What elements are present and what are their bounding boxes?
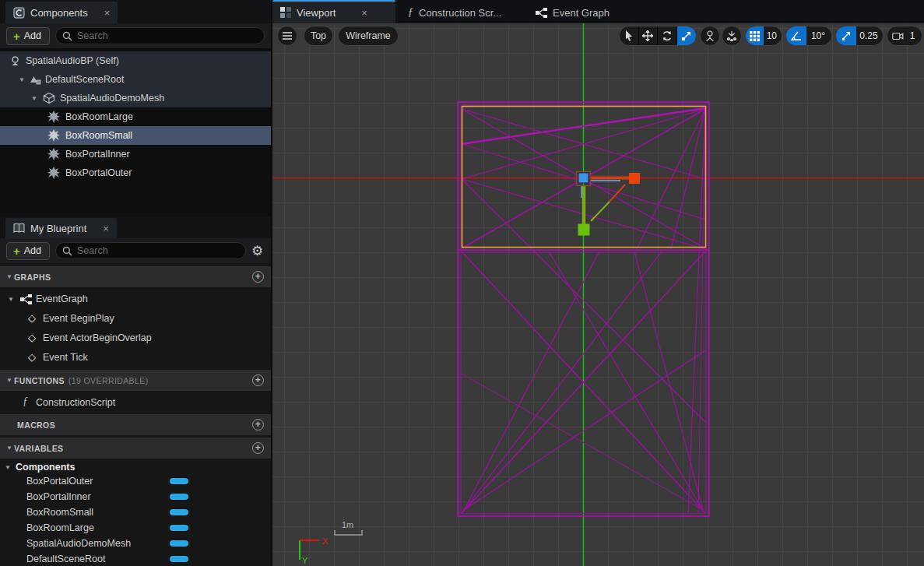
row-var-boxportalinner[interactable]: BoxPortalInner (0, 489, 271, 504)
add-blueprint-item-button[interactable]: + Add (6, 242, 50, 260)
tree-row-boxroomlarge[interactable]: BoxRoomLarge (0, 107, 271, 126)
my-blueprint-search[interactable] (55, 242, 246, 259)
row-variables-category[interactable]: ▼ Components (0, 459, 271, 475)
box-component-icon (47, 129, 60, 142)
variable-type-pill[interactable] (170, 494, 188, 500)
components-search[interactable] (55, 27, 265, 44)
row-event-actorbeginoverlap[interactable]: ◇ Event ActorBeginOverlap (0, 329, 271, 347)
viewport-canvas[interactable]: X Y 1m (272, 23, 924, 566)
section-variables[interactable]: ▼ VARIABLES + (0, 437, 271, 459)
viewport-options-button[interactable] (277, 26, 297, 46)
tree-row-defaultsceneroot[interactable]: ▼ DefaultSceneRoot (0, 70, 271, 89)
event-icon: ◇ (28, 351, 36, 363)
scale-snap-control[interactable]: 0.25 (835, 26, 884, 46)
section-functions[interactable]: ▼ FUNCTIONS (19 OVERRIDABLE) + (0, 369, 271, 391)
add-component-button[interactable]: + Add (6, 27, 50, 45)
tree-row-spatialaudiodemomesh[interactable]: ▼ SpatialAudioDemoMesh (0, 89, 271, 107)
row-var-boxroomsmall[interactable]: BoxRoomSmall (0, 504, 271, 520)
add-graph-button[interactable]: + (252, 271, 264, 283)
chevron-down-icon[interactable]: ▼ (19, 76, 26, 83)
select-tool-button[interactable] (620, 26, 639, 45)
variable-type-pill[interactable] (170, 509, 188, 515)
coordinate-system-button[interactable] (700, 26, 720, 46)
scale-tool-button[interactable] (677, 26, 696, 45)
tree-label: SpatialAudioDemoMesh (60, 93, 164, 104)
gizmo-z-handle (578, 173, 588, 183)
section-note: (19 OVERRIDABLE) (69, 376, 149, 385)
row-constructionscript[interactable]: ƒ ConstructionScript (0, 393, 271, 412)
view-mode-button[interactable]: Top (304, 26, 333, 46)
scene-root-icon (30, 74, 41, 86)
row-eventgraph[interactable]: ▼ EventGraph (0, 290, 271, 308)
tab-my-blueprint[interactable]: My Blueprint × (5, 218, 117, 238)
search-input[interactable] (77, 245, 239, 256)
row-event-beginplay[interactable]: ◇ Event BeginPlay (0, 309, 271, 328)
row-var-spatialaudiodemomesh[interactable]: SpatialAudioDemoMesh (0, 536, 271, 551)
camera-icon (892, 32, 904, 40)
scale-icon (681, 31, 691, 41)
tab-event-graph[interactable]: Event Graph (528, 2, 617, 23)
close-icon[interactable]: × (361, 7, 367, 19)
tree-row-boxportalinner[interactable]: BoxPortalInner (0, 145, 271, 163)
tree-row-boxroomsmall[interactable]: BoxRoomSmall (0, 126, 271, 145)
grid-snap-toggle[interactable] (746, 26, 764, 45)
chevron-down-icon: ▼ (6, 445, 14, 452)
camera-speed-value[interactable]: 1 (908, 30, 922, 41)
rotation-snap-toggle[interactable] (786, 26, 806, 45)
rotate-tool-button[interactable] (658, 26, 677, 45)
scale-snap-toggle[interactable] (836, 26, 856, 45)
variable-type-pill[interactable] (170, 525, 188, 531)
my-blueprint-tabstrip: My Blueprint × (0, 216, 271, 238)
blueprint-editor-window: Components × + Add SpatialAudioBP (Self)… (0, 0, 924, 566)
close-icon[interactable]: × (103, 223, 109, 234)
tree-row-boxportalouter[interactable]: BoxPortalOuter (0, 163, 271, 182)
add-macro-button[interactable]: + (252, 419, 264, 431)
render-mode-button[interactable]: Wireframe (338, 26, 399, 46)
row-event-tick[interactable]: ◇ Event Tick (0, 348, 271, 367)
grid-snap-control[interactable]: 10 (745, 26, 782, 46)
section-label: MACROS (17, 420, 55, 430)
add-function-button[interactable]: + (252, 374, 264, 386)
tree-row-self[interactable]: SpatialAudioBP (Self) (0, 51, 271, 70)
chevron-down-icon[interactable]: ▼ (5, 464, 12, 471)
close-icon[interactable]: × (104, 7, 111, 19)
axis-y-label: Y (302, 556, 308, 565)
box-component-icon (47, 148, 60, 160)
row-var-defaultsceneroot[interactable]: DefaultSceneRoot (0, 551, 271, 566)
grid-snap-value[interactable]: 10 (764, 30, 782, 41)
search-icon (62, 31, 72, 41)
variable-type-pill[interactable] (170, 540, 188, 547)
section-macros[interactable]: MACROS + (0, 413, 271, 435)
camera-speed-icon-area (887, 26, 908, 45)
section-graphs[interactable]: ▼ GRAPHS + (0, 265, 271, 287)
hamburger-menu-icon (283, 32, 292, 40)
event-icon: ◇ (28, 332, 36, 343)
add-variable-button[interactable]: + (252, 442, 264, 454)
row-var-boxportalouter[interactable]: BoxPortalOuter (0, 473, 271, 489)
row-var-boxroomlarge[interactable]: BoxRoomLarge (0, 520, 271, 536)
variable-type-pill[interactable] (170, 478, 188, 484)
tree-label: BoxRoomLarge (65, 111, 133, 122)
camera-speed-control[interactable]: 1 (887, 26, 922, 46)
scale-arrow-icon (841, 31, 851, 40)
surface-snapping-button[interactable] (722, 26, 742, 46)
tab-viewport[interactable]: Viewport × (272, 0, 395, 23)
components-tabstrip: Components × (0, 0, 271, 23)
chevron-down-icon[interactable]: ▼ (31, 95, 39, 102)
gear-icon[interactable]: ⚙ (251, 243, 263, 259)
tab-components[interactable]: Components × (5, 2, 118, 23)
variable-label: DefaultSceneRoot (26, 554, 105, 564)
chevron-down-icon[interactable]: ▼ (8, 296, 16, 303)
variable-type-pill[interactable] (170, 556, 188, 562)
search-input[interactable] (77, 30, 258, 41)
gizmo-x-handle (629, 173, 640, 184)
tree-label: DefaultSceneRoot (45, 74, 124, 85)
rotation-snap-value[interactable]: 10° (806, 30, 831, 41)
tab-viewport-label: Viewport (297, 7, 336, 19)
row-label: Event BeginPlay (43, 313, 114, 324)
rotation-snap-control[interactable]: 10° (785, 26, 832, 46)
scale-snap-value[interactable]: 0.25 (856, 30, 883, 41)
viewport-panel: Viewport × ƒ Construction Scr... Event G… (271, 0, 924, 566)
move-tool-button[interactable] (639, 26, 659, 45)
tab-construction-script[interactable]: ƒ Construction Scr... (400, 2, 509, 23)
